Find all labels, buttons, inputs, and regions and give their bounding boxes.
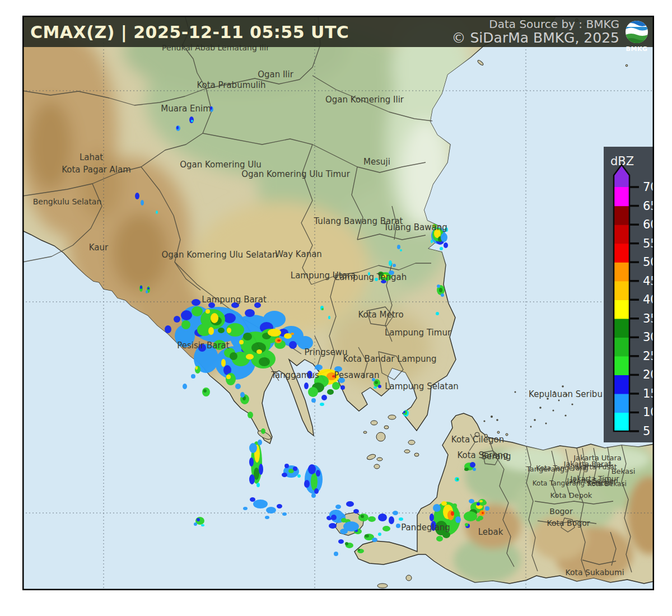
radar-echo: [235, 384, 241, 389]
legend-tick-label: 15: [643, 387, 658, 400]
radar-echo: [284, 333, 292, 339]
radar-echo: [226, 373, 236, 385]
region-label: Lahat: [80, 152, 103, 162]
radar-echo: [400, 249, 402, 251]
dbz-legend: dBZ 706560555045403530252015105: [604, 147, 672, 442]
radar-echo: [221, 359, 226, 367]
radar-echo: [329, 523, 337, 529]
radar-echo: [282, 512, 287, 516]
radar-echo: [332, 382, 340, 390]
legend-tick-label: 60: [643, 218, 658, 231]
radar-echo: [249, 443, 257, 453]
legend-tick-label: 30: [643, 330, 658, 344]
region-label: Mesuji: [363, 157, 390, 167]
region-label: Ogan Komering Ilir: [325, 95, 404, 105]
radar-echo: [477, 502, 480, 506]
legend-tick-label: 40: [643, 293, 658, 306]
radar-echo: [304, 382, 309, 389]
radar-echo: [282, 473, 287, 477]
legend-color-segment: [614, 225, 629, 244]
radar-echo: [140, 286, 142, 289]
legend-color-segment: [614, 337, 629, 356]
region-label: Ogan Komering Ulu: [180, 160, 262, 170]
radar-echo: [245, 309, 255, 317]
region-label: Jakarta Pusat: [572, 463, 617, 471]
region-label: Lampung Selatan: [385, 381, 459, 391]
legend-tick-label: 50: [643, 255, 658, 269]
region-label: Kota Bogor: [547, 519, 590, 528]
radar-echo: [473, 468, 476, 471]
radar-echo: [249, 458, 254, 466]
radar-echo: [482, 512, 484, 514]
radar-echo: [165, 325, 171, 333]
radar-echo: [450, 522, 458, 531]
radar-echo: [246, 354, 254, 360]
copyright-text: © SiDarMa BMKG, 2025: [452, 30, 619, 46]
page-title: CMAX(Z) | 2025-12-11 05:55 UTC: [30, 22, 349, 43]
radar-echo: [226, 375, 231, 379]
radar-echo: [240, 392, 245, 398]
radar-echo: [256, 483, 260, 487]
radar-echo: [197, 518, 200, 521]
legend-color-segment: [614, 319, 629, 338]
radar-echo: [315, 365, 323, 370]
radar-echo: [311, 398, 316, 403]
radar-echo: [374, 386, 377, 389]
radar-echo: [321, 308, 324, 310]
radar-echo: [218, 328, 225, 333]
radar-echo: [479, 500, 483, 502]
radar-echo: [338, 539, 344, 544]
radar-echo: [346, 501, 354, 507]
radar-echo: [368, 516, 376, 522]
radar-echo: [308, 387, 318, 397]
radar-echo: [191, 120, 193, 122]
radar-echo: [259, 357, 270, 366]
radar-echo: [358, 549, 360, 551]
radar-echo: [440, 247, 443, 250]
radar-echo: [277, 504, 282, 508]
radar-echo: [470, 462, 475, 468]
radar-echo: [194, 522, 197, 526]
radar-echo: [176, 126, 179, 129]
radar-echo: [258, 440, 262, 445]
region-label: Kota Cilegon: [451, 435, 504, 445]
radar-echo: [320, 403, 324, 406]
legend-colorbar: [614, 165, 629, 432]
radar-echo: [227, 328, 231, 333]
radar-echo: [403, 411, 405, 413]
radar-echo: [375, 381, 378, 384]
radar-echo: [340, 385, 345, 390]
radar-echo: [181, 320, 190, 329]
radar-echo: [308, 464, 316, 474]
radar-echo: [334, 552, 338, 556]
radar-echo: [192, 299, 200, 306]
radar-echo: [452, 503, 457, 508]
radar-echo: [327, 389, 334, 395]
legend-tick-label: 25: [643, 349, 658, 363]
region-label: Way Kanan: [275, 249, 322, 259]
legend-tick-label: 45: [643, 274, 658, 288]
radar-echo: [311, 493, 316, 498]
radar-echo: [250, 497, 255, 502]
legend-color-segment: [614, 262, 629, 281]
radar-echo: [183, 384, 187, 389]
radar-echo: [284, 464, 289, 468]
legend-color-segment: [614, 356, 629, 375]
radar-echo: [191, 374, 195, 379]
radar-echo: [304, 480, 310, 488]
radar-echo: [293, 466, 297, 471]
radar-echo: [441, 233, 447, 242]
legend-tick-label: 10: [643, 405, 658, 419]
radar-echo: [469, 499, 474, 503]
radar-echo: [189, 116, 194, 123]
radar-echo: [353, 509, 359, 514]
radar-echo: [268, 329, 281, 337]
radar-echo: [361, 515, 364, 518]
radar-echo: [239, 340, 244, 344]
radar-echo: [441, 501, 447, 506]
radar-echo: [192, 306, 203, 316]
radar-echo: [256, 349, 262, 354]
radar-map-image: Penukal Abab Lematang IlirKota Prabumuli…: [0, 0, 672, 616]
radar-echo: [441, 293, 444, 297]
legend-color-segment: [614, 375, 629, 394]
